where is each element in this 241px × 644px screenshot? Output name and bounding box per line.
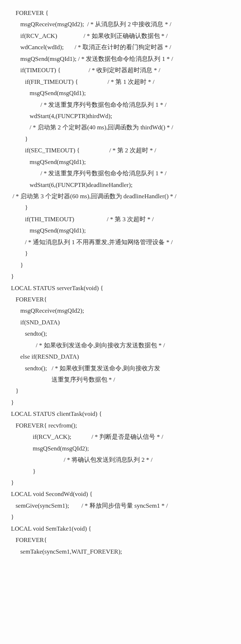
code-line: } [11, 466, 230, 477]
code-line: wdCancel(wdId); / * 取消正在计时的看门狗定时器 * / [11, 42, 230, 53]
code-line: if(TIMEOUT) { / * 收到定时器超时消息 * / [11, 65, 230, 76]
code-line: if(FIR_TIMEOUT) { / * 第 1 次超时 * / [11, 76, 230, 87]
code-line: sendto(); [11, 328, 230, 339]
code-line: LOCAL void SecondWd(void) { [11, 488, 230, 500]
code-line: 送重复序列号数据包 * / [11, 374, 230, 385]
code-line: wdStart(6,(FUNCPTR)deadlineHandler); [11, 179, 230, 191]
code-line: semTake(syncSem1,WAIT_FOREVER); [11, 546, 230, 557]
code-line: } [11, 248, 230, 259]
code-line: / * 启动第 3 个定时器(60 ms),回调函数为 deadlineHand… [11, 191, 230, 202]
code-line: } [11, 511, 230, 523]
code-line: / * 发送重复序列号数据包命令给消息队列 1 * / [11, 99, 230, 110]
code-line: msgQSend(msgQId1); / * 发送数据包命令给消息队列 1 * … [11, 53, 230, 65]
code-line: } [11, 271, 230, 282]
code-line: FOREVER{ [11, 294, 230, 305]
code-line: FOREVER{ [11, 534, 230, 546]
code-line: / * 如果收到发送命令,则向接收方发送数据包 * / [11, 340, 230, 351]
code-line: if(RCV_ACK); / * 判断是否是确认信号 * / [11, 431, 230, 442]
code-line: FOREVER { [11, 7, 230, 19]
code-line: if(THI_TIMEOUT) / * 第 3 次超时 * / [11, 214, 230, 225]
code-line: wdStart(4,(FUNCPTR)thirdWd); [11, 110, 230, 122]
code-line: msgQSend(msgQId1); [11, 225, 230, 236]
code-line: LOCAL STATUS clientTask(void) { [11, 408, 230, 419]
code-listing: FOREVER { msgQReceive(msgQId2); / * 从消息队… [11, 7, 230, 557]
code-line: semGive(syncSem1); / * 释放同步信号量 syncSem1 … [11, 500, 230, 511]
code-line: / * 发送重复序列号数据包命令给消息队列 1 * / [11, 168, 230, 179]
code-line: msgQReceive(msgQId2); / * 从消息队列 2 中接收消息 … [11, 19, 230, 30]
code-line: / * 启动第 2 个定时器(40 ms),回调函数为 thirdWd() * … [11, 122, 230, 133]
code-line: LOCAL void SemTake1(void) { [11, 523, 230, 534]
code-line: sendto(); / * 如果收到重复发送命令,则向接收方发 [11, 363, 230, 374]
code-line: msgQReceive(msgQId2); [11, 305, 230, 316]
code-line: } [11, 259, 230, 271]
code-line: msgQSend(msgQId1); [11, 156, 230, 168]
code-line: FOREVER{ recvfrom(); [11, 420, 230, 431]
code-line: LOCAL STATUS serverTask(void) { [11, 282, 230, 294]
code-line: } [11, 477, 230, 488]
code-line: else if(RESND_DATA) [11, 351, 230, 362]
code-line: } [11, 202, 230, 213]
code-line: if(SND_DATA) [11, 317, 230, 328]
code-line: msgQSend(msgQId2); [11, 443, 230, 454]
code-line: msgQSend(msgQId1); [11, 87, 230, 99]
code-line: } [11, 385, 230, 397]
code-line: } [11, 397, 230, 408]
code-line: / * 通知消息队列 1 不用再重发,并通知网络管理设备 * / [11, 237, 230, 248]
code-line: / * 将确认包发送到消息队列 2 * / [11, 454, 230, 465]
code-line: } [11, 133, 230, 145]
code-line: if(RCV_ACK) / * 如果收到正确确认数据包 * / [11, 30, 230, 42]
code-line: if(SEC_TIMEOUT) { / * 第 2 次超时 * / [11, 145, 230, 156]
